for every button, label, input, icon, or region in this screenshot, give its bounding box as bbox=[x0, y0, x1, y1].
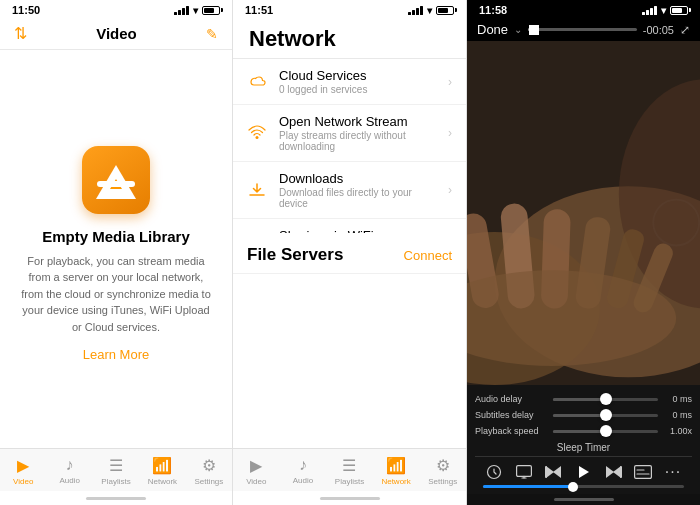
subtitles-delay-thumb[interactable] bbox=[600, 409, 612, 421]
tab-audio-label: Audio bbox=[59, 476, 79, 485]
video-area[interactable] bbox=[467, 41, 700, 385]
subtitles-delay-track[interactable] bbox=[553, 414, 658, 417]
audio-delay-value: 0 ms bbox=[664, 394, 692, 404]
open-network-item[interactable]: Open Network Stream Play streams directl… bbox=[233, 105, 466, 162]
network-title: Network bbox=[249, 26, 336, 51]
playback-controls: ··· bbox=[475, 456, 692, 485]
next-button[interactable] bbox=[601, 465, 625, 479]
network-stream-text: Open Network Stream Play streams directl… bbox=[279, 114, 438, 152]
subtitles-delay-row: Subtitles delay 0 ms bbox=[475, 407, 692, 423]
subtitles-delay-value: 0 ms bbox=[664, 410, 692, 420]
audio-delay-track[interactable] bbox=[553, 398, 658, 401]
playback-speed-thumb[interactable] bbox=[600, 425, 612, 437]
empty-library-content: Empty Media Library For playback, you ca… bbox=[0, 50, 232, 448]
page-title-p1: Video bbox=[96, 25, 137, 42]
tab-p2-settings-label: Settings bbox=[428, 477, 457, 486]
tab-audio-icon: ♪ bbox=[66, 456, 74, 474]
top-progress-thumb bbox=[529, 25, 539, 35]
tab-p2-video[interactable]: ▶ Video bbox=[233, 454, 280, 488]
play-button[interactable] bbox=[571, 463, 595, 481]
fullscreen-icon[interactable]: ⤢ bbox=[680, 23, 690, 37]
more-button[interactable]: ··· bbox=[661, 463, 685, 481]
network-stream-title: Open Network Stream bbox=[279, 114, 438, 129]
audio-delay-label: Audio delay bbox=[475, 394, 547, 404]
svg-rect-18 bbox=[635, 466, 652, 479]
screen-button[interactable] bbox=[512, 465, 536, 479]
cloud-services-item[interactable]: Cloud Services 0 logged in services › bbox=[233, 59, 466, 105]
wifi-icon-p2: ▾ bbox=[427, 5, 432, 16]
edit-icon[interactable]: ✎ bbox=[206, 26, 218, 42]
bottom-progress-bar[interactable] bbox=[483, 485, 684, 488]
tab-p2-playlists[interactable]: ☰ Playlists bbox=[326, 454, 373, 488]
battery-p3 bbox=[670, 6, 688, 15]
audio-delay-thumb[interactable] bbox=[600, 393, 612, 405]
network-stream-subtitle: Play streams directly without downloadin… bbox=[279, 130, 438, 152]
tab-p2-network-icon: 📶 bbox=[386, 456, 406, 475]
tab-network[interactable]: 📶 Network bbox=[139, 454, 185, 488]
signal-bars-p3 bbox=[642, 5, 657, 15]
done-chevron-icon: ⌄ bbox=[514, 24, 522, 35]
prev-button[interactable] bbox=[542, 465, 566, 479]
tab-settings[interactable]: ⚙ Settings bbox=[186, 454, 232, 488]
status-bar-p3: 11:58 ▾ bbox=[467, 0, 700, 18]
tab-p2-audio-icon: ♪ bbox=[299, 456, 307, 474]
vlc-app-icon bbox=[82, 146, 150, 214]
video-header: ⇅ Video ✎ bbox=[0, 18, 232, 50]
sleep-timer-label: Sleep Timer bbox=[475, 439, 692, 456]
downloads-text: Downloads Download files directly to you… bbox=[279, 171, 438, 209]
tab-audio[interactable]: ♪ Audio bbox=[46, 454, 92, 488]
playback-speed-row: Playback speed 1.00x bbox=[475, 423, 692, 439]
controls-panel: Audio delay 0 ms Subtitles delay 0 ms Pl… bbox=[467, 385, 700, 494]
status-bar-p1: 11:50 ▾ bbox=[0, 0, 232, 18]
wifi-icon-p3: ▾ bbox=[661, 5, 666, 16]
tab-network-icon: 📶 bbox=[152, 456, 172, 475]
playback-speed-value: 1.00x bbox=[664, 426, 692, 436]
status-time-p1: 11:50 bbox=[12, 4, 40, 16]
top-progress-bar[interactable] bbox=[528, 28, 637, 31]
done-button[interactable]: Done bbox=[477, 22, 508, 37]
bottom-progress-thumb bbox=[568, 482, 578, 492]
tab-p2-settings[interactable]: ⚙ Settings bbox=[419, 454, 466, 488]
tab-settings-icon: ⚙ bbox=[202, 456, 216, 475]
tab-p2-audio[interactable]: ♪ Audio bbox=[280, 454, 327, 488]
subtitles-button[interactable] bbox=[631, 465, 655, 479]
svg-point-0 bbox=[256, 136, 259, 139]
clock-button[interactable] bbox=[482, 464, 506, 480]
sort-icon[interactable]: ⇅ bbox=[14, 24, 27, 43]
signal-bars-p2 bbox=[408, 5, 423, 15]
learn-more-link[interactable]: Learn More bbox=[83, 347, 149, 362]
home-indicator-p3 bbox=[467, 494, 700, 505]
tab-p2-video-icon: ▶ bbox=[250, 456, 262, 475]
tab-network-label: Network bbox=[148, 477, 177, 486]
file-servers-header: File Servers Connect bbox=[233, 233, 466, 274]
downloads-subtitle: Download files directly to your device bbox=[279, 187, 438, 209]
cloud-icon bbox=[245, 74, 269, 90]
home-indicator-p2 bbox=[233, 491, 466, 505]
file-servers-title: File Servers bbox=[247, 245, 343, 265]
file-servers-connect[interactable]: Connect bbox=[404, 248, 452, 263]
status-time-p3: 11:58 bbox=[479, 4, 507, 16]
playback-speed-track[interactable] bbox=[553, 430, 658, 433]
tab-p2-audio-label: Audio bbox=[293, 476, 313, 485]
tab-p2-network[interactable]: 📶 Network bbox=[373, 454, 420, 488]
svg-rect-17 bbox=[620, 466, 622, 478]
sharing-wifi-item[interactable]: Sharing via WiFi http://192.168.254.103 … bbox=[233, 219, 466, 233]
downloads-item[interactable]: Downloads Download files directly to you… bbox=[233, 162, 466, 219]
svg-rect-16 bbox=[545, 466, 547, 478]
tab-video[interactable]: ▶ Video bbox=[0, 454, 46, 488]
status-icons-p2: ▾ bbox=[408, 5, 454, 16]
vlc-base bbox=[97, 181, 135, 187]
cloud-services-chevron: › bbox=[448, 75, 452, 89]
bottom-progress-fill bbox=[483, 485, 573, 488]
subtitles-delay-label: Subtitles delay bbox=[475, 410, 547, 420]
vlc-icon-wrapper bbox=[82, 146, 150, 228]
audio-delay-row: Audio delay 0 ms bbox=[475, 391, 692, 407]
tab-settings-label: Settings bbox=[194, 477, 223, 486]
tab-p2-playlists-icon: ☰ bbox=[342, 456, 356, 475]
status-icons-p3: ▾ bbox=[642, 5, 688, 16]
network-stream-icon bbox=[245, 125, 269, 141]
tab-bar-p1: ▶ Video ♪ Audio ☰ Playlists 📶 Network ⚙ … bbox=[0, 448, 232, 491]
tab-playlists-icon: ☰ bbox=[109, 456, 123, 475]
tab-playlists[interactable]: ☰ Playlists bbox=[93, 454, 139, 488]
wifi-icon-p1: ▾ bbox=[193, 5, 198, 16]
